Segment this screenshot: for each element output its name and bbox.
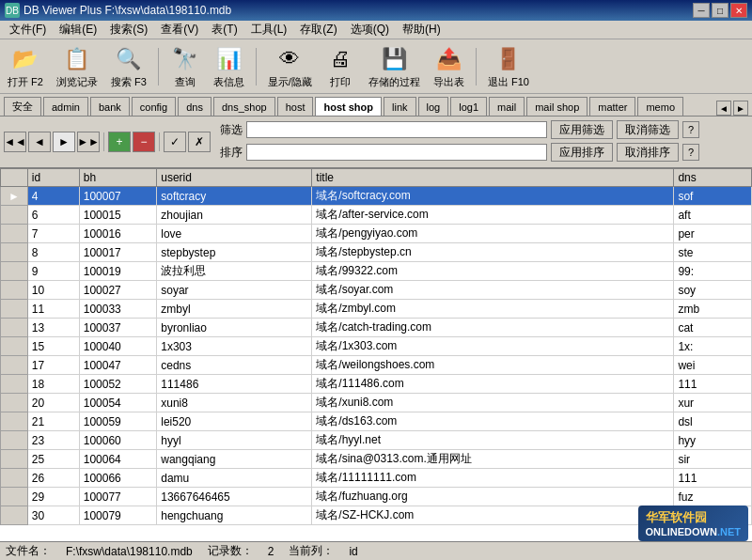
exit-button[interactable]: 🚪 退出 F10 [484, 42, 533, 91]
cell-title: 域名/fuzhuang.org [312, 488, 674, 506]
tab-host[interactable]: host [277, 97, 314, 116]
window-controls: ─ □ ✕ [693, 3, 747, 18]
tab-scroll-left[interactable]: ◄ [716, 101, 731, 116]
menu-view[interactable]: 查看(V) [155, 21, 204, 39]
row-indicator-header [1, 169, 28, 187]
maximize-button[interactable]: □ [712, 3, 728, 18]
tab-mail-shop[interactable]: mail shop [526, 97, 588, 116]
nav-last-button[interactable]: ►► [77, 132, 100, 152]
cell-id: 20 [27, 394, 79, 412]
cell-title: 域名/pengyiyao.com [312, 225, 674, 243]
export-button[interactable]: 📤 导出表 [430, 42, 468, 91]
nav-delete-button[interactable]: − [133, 132, 155, 152]
table-row[interactable]: 9100019波拉利思域名/99322.com99: [1, 262, 752, 281]
browse-button[interactable]: 📋 浏览记录 [53, 42, 102, 91]
cell-dns: fuz [674, 488, 752, 506]
menu-tools[interactable]: 工具(L) [245, 21, 293, 39]
nav-confirm-button[interactable]: ✓ [164, 132, 186, 152]
sort-row: 排序 应用排序 取消排序 ? [214, 143, 748, 162]
tab-dns[interactable]: dns [178, 97, 212, 116]
table-row[interactable]: 17100047cedns域名/weilongshoes.comwei [1, 356, 752, 375]
nav-prev-button[interactable]: ◄ [28, 132, 51, 152]
filter-label: 筛选 [214, 122, 243, 138]
col-title[interactable]: title [312, 169, 674, 187]
cell-id: 13 [27, 319, 79, 337]
table-row[interactable]: 18100052111486域名/111486.com111 [1, 375, 752, 394]
apply-sort-button[interactable]: 应用排序 [551, 143, 613, 162]
apply-filter-button[interactable]: 应用筛选 [551, 120, 613, 139]
tab-admin[interactable]: admin [43, 97, 88, 116]
table-row[interactable]: 21100059lei520域名/ds163.comdsl [1, 412, 752, 431]
tab-config[interactable]: config [132, 97, 176, 116]
nav-first-button[interactable]: ◄◄ [4, 132, 26, 152]
table-row[interactable]: 23100060hyyl域名/hyyl.nethyy [1, 431, 752, 450]
filter-input[interactable] [246, 121, 547, 138]
print-button[interactable]: 🖨 打印 [321, 42, 359, 91]
cancel-filter-button[interactable]: 取消筛选 [617, 120, 679, 139]
tab-anquan[interactable]: 安全 [4, 97, 41, 116]
col-bh[interactable]: bh [79, 169, 157, 187]
table-row[interactable]: 10100027soyar域名/soyar.comsoy [1, 281, 752, 300]
table-row[interactable]: 7100016love域名/pengyiyao.comper [1, 225, 752, 243]
cell-title: 域名/zmbyl.com [312, 300, 674, 319]
open-button[interactable]: 📂 打开 F2 [4, 42, 47, 91]
cell-id: 17 [27, 356, 79, 375]
table-row[interactable]: 20100054xuni8域名/xuni8.comxur [1, 394, 752, 412]
cell-dns: 99: [674, 262, 752, 281]
table-row[interactable]: 13100037byronliao域名/catch-trading.comcat [1, 319, 752, 337]
cancel-sort-button[interactable]: 取消排序 [617, 143, 679, 162]
menu-access[interactable]: 存取(Z) [294, 21, 342, 39]
nav-play-button[interactable]: ► [53, 132, 75, 152]
showhide-button[interactable]: 👁 显示/隐藏 [264, 42, 316, 91]
cell-dns: 111 [674, 469, 752, 488]
table-row[interactable]: 25100064wangqiang域名/sina@0313.com.通用网址si… [1, 450, 752, 469]
table-row[interactable]: 2910007713667646465域名/fuzhuang.orgfuz [1, 488, 752, 506]
tab-mail[interactable]: mail [489, 97, 525, 116]
table-row[interactable]: ►4100007softcracy域名/softcracy.comsof [1, 187, 752, 206]
tab-log1[interactable]: log1 [450, 97, 487, 116]
tab-scroll-right[interactable]: ► [733, 101, 748, 116]
menu-search[interactable]: 搜索(S) [104, 21, 153, 39]
stored-button[interactable]: 💾 存储的过程 [365, 42, 424, 91]
tab-matter[interactable]: matter [589, 97, 635, 116]
tab-host-shop[interactable]: host shop [315, 97, 382, 116]
menu-edit[interactable]: 编辑(E) [54, 21, 102, 39]
tab-memo[interactable]: memo [637, 97, 683, 116]
sort-help-button[interactable]: ? [682, 144, 699, 161]
col-dns[interactable]: dns [674, 169, 752, 187]
filter-help-button[interactable]: ? [682, 121, 699, 138]
col-id[interactable]: id [27, 169, 79, 187]
table-row[interactable]: 151000401x303域名/1x303.com1x: [1, 337, 752, 356]
cell-title: 域名/1x303.com [312, 337, 674, 356]
close-button[interactable]: ✕ [730, 3, 747, 18]
tab-bank[interactable]: bank [90, 97, 130, 116]
sort-input[interactable] [246, 144, 547, 161]
nav-add-button[interactable]: + [108, 132, 131, 152]
col-userid[interactable]: userid [157, 169, 312, 187]
tab-link[interactable]: link [384, 97, 416, 116]
cell-userid: wangqiang [157, 450, 312, 469]
cell-dns: dsl [674, 412, 752, 431]
menu-table[interactable]: 表(T) [206, 21, 243, 39]
cell-title: 域名/111486.com [312, 375, 674, 394]
cell-userid: 波拉利思 [157, 262, 312, 281]
menu-file[interactable]: 文件(F) [4, 21, 52, 39]
table-row[interactable]: 11100033zmbyl域名/zmbyl.comzmb [1, 300, 752, 319]
tab-dns-shop[interactable]: dns_shop [213, 97, 275, 116]
query-button[interactable]: 🔭 查询 [166, 42, 204, 91]
cell-bh: 100052 [79, 375, 157, 394]
menu-options[interactable]: 选项(Q) [345, 21, 395, 39]
tableinfo-button[interactable]: 📊 表信息 [210, 42, 248, 91]
search-button[interactable]: 🔍 搜索 F3 [107, 42, 150, 91]
data-table: id bh userid title dns ►4100007softcracy… [0, 168, 752, 525]
cell-bh: 100059 [79, 412, 157, 431]
table-row[interactable]: 6100015zhoujian域名/after-service.comaft [1, 206, 752, 225]
nav-cancel-button[interactable]: ✗ [188, 132, 211, 152]
tab-log[interactable]: log [418, 97, 449, 116]
table-row[interactable]: 26100066damu域名/11111111.com111 [1, 469, 752, 488]
cell-id: 10 [27, 281, 79, 300]
table-row[interactable]: 8100017stepbystep域名/stepbystep.cnste [1, 243, 752, 262]
minimize-button[interactable]: ─ [693, 3, 710, 18]
menu-help[interactable]: 帮助(H) [397, 21, 446, 39]
cell-title: 域名/catch-trading.com [312, 319, 674, 337]
